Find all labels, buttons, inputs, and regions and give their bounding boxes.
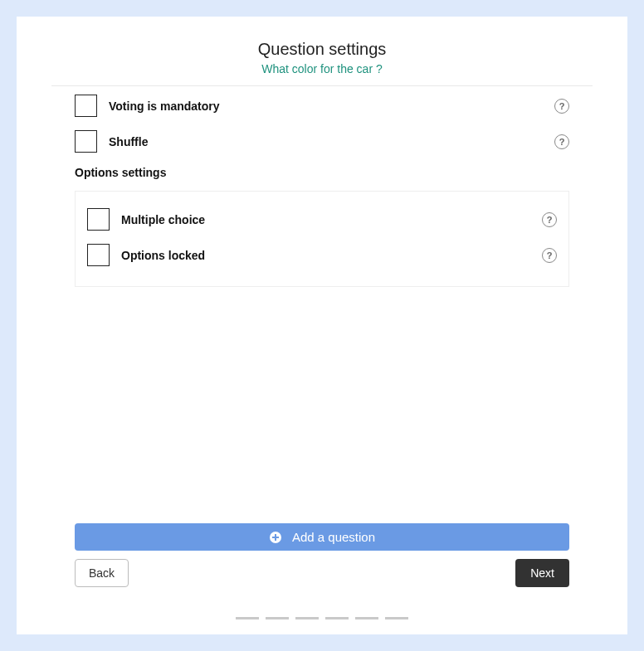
add-question-button[interactable]: Add a question (75, 523, 569, 551)
step-indicator (75, 617, 569, 619)
step-dot (385, 617, 408, 619)
help-icon[interactable]: ? (554, 134, 569, 149)
step-dot (325, 617, 349, 619)
option-row-options-locked: Options locked ? (87, 244, 557, 266)
page-title: Question settings (17, 40, 627, 59)
checkbox-options-locked[interactable] (87, 244, 110, 266)
label-multiple-choice: Multiple choice (121, 213, 542, 226)
setting-row-shuffle: Shuffle ? (75, 130, 569, 153)
help-icon[interactable]: ? (554, 99, 569, 114)
options-panel: Multiple choice ? Options locked ? (75, 191, 569, 287)
divider (51, 85, 593, 86)
label-voting-mandatory: Voting is mandatory (109, 100, 554, 113)
svg-rect-2 (272, 537, 279, 538)
checkbox-multiple-choice[interactable] (87, 208, 110, 231)
nav-row: Back Next (75, 559, 569, 587)
content-area: Voting is mandatory ? Shuffle ? Options … (17, 95, 627, 523)
step-dot (236, 617, 259, 619)
help-icon[interactable]: ? (542, 248, 557, 263)
step-dot (355, 617, 378, 619)
next-button[interactable]: Next (515, 559, 569, 587)
label-options-locked: Options locked (121, 249, 542, 262)
question-subtitle: What color for the car ? (17, 62, 627, 75)
plus-circle-icon (269, 531, 282, 544)
header: Question settings What color for the car… (17, 40, 627, 75)
option-row-multiple-choice: Multiple choice ? (87, 208, 557, 231)
add-question-label: Add a question (292, 530, 375, 544)
setting-row-voting-mandatory: Voting is mandatory ? (75, 95, 569, 117)
options-heading: Options settings (75, 166, 569, 179)
step-dot (266, 617, 289, 619)
settings-card: Question settings What color for the car… (17, 17, 627, 634)
checkbox-voting-mandatory[interactable] (75, 95, 97, 117)
footer: Add a question Back Next (17, 523, 627, 619)
checkbox-shuffle[interactable] (75, 130, 97, 153)
help-icon[interactable]: ? (542, 212, 557, 227)
label-shuffle: Shuffle (109, 135, 554, 148)
back-button[interactable]: Back (75, 559, 129, 587)
step-dot (295, 617, 319, 619)
